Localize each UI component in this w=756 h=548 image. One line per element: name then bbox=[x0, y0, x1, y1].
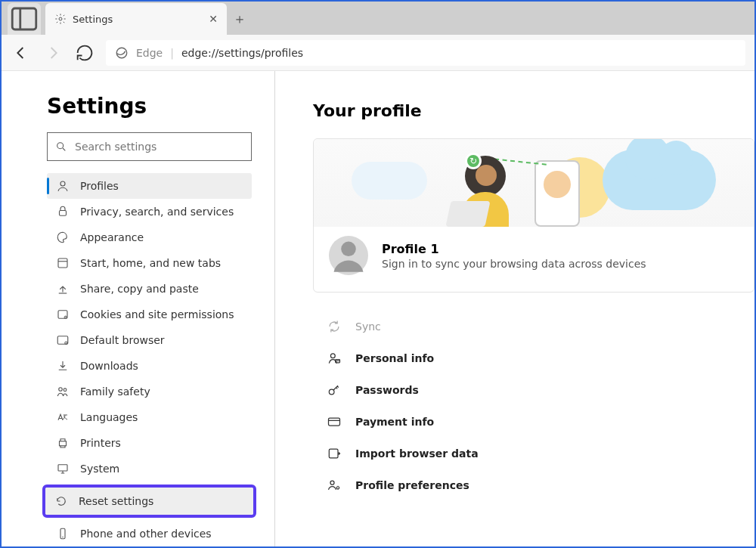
svg-point-25 bbox=[329, 389, 334, 395]
sidebar-item-family-safety[interactable]: Family safety bbox=[47, 379, 252, 404]
cloud-icon bbox=[603, 150, 716, 210]
sidebar-item-label: Privacy, search, and services bbox=[80, 206, 234, 218]
sidebar-item-share-copy-and-paste[interactable]: Share, copy and paste bbox=[47, 276, 252, 302]
reset-icon bbox=[54, 494, 68, 508]
option-sync[interactable]: Sync bbox=[313, 311, 754, 342]
lock-icon bbox=[56, 205, 70, 218]
sidebar-item-profiles[interactable]: Profiles bbox=[47, 173, 252, 199]
sync-badge-icon bbox=[465, 153, 482, 169]
sidebar-item-downloads[interactable]: Downloads bbox=[47, 353, 252, 379]
sidebar-item-appearance[interactable]: Appearance bbox=[47, 224, 252, 250]
sidebar-item-label: Downloads bbox=[80, 360, 138, 372]
svg-point-6 bbox=[60, 181, 65, 186]
page-title: Your profile bbox=[313, 101, 754, 120]
card-icon bbox=[327, 414, 342, 429]
browser-icon bbox=[56, 333, 70, 347]
search-icon bbox=[55, 141, 67, 153]
sidebar-item-printers[interactable]: Printers bbox=[47, 430, 252, 456]
page-content: Settings ProfilesPrivacy, search, and se… bbox=[2, 71, 754, 546]
sidebar-item-default-browser[interactable]: Default browser bbox=[47, 327, 252, 353]
edge-logo-icon bbox=[115, 46, 129, 60]
svg-rect-0 bbox=[12, 8, 36, 29]
settings-sidebar: Settings ProfilesPrivacy, search, and se… bbox=[2, 71, 275, 546]
profile-row[interactable]: Profile 1 Sign in to sync your browsing … bbox=[314, 227, 754, 292]
option-label: Personal info bbox=[355, 352, 434, 364]
import-icon bbox=[327, 446, 342, 461]
back-button[interactable] bbox=[11, 42, 32, 63]
sidebar-item-label: Profiles bbox=[80, 180, 119, 192]
profile-banner bbox=[314, 139, 754, 227]
search-input[interactable] bbox=[75, 141, 243, 153]
address-bar[interactable]: Edge | edge://settings/profiles bbox=[106, 40, 745, 66]
cookie-icon bbox=[56, 308, 70, 321]
language-icon bbox=[56, 410, 70, 424]
svg-rect-16 bbox=[60, 441, 67, 446]
sidebar-item-privacy-search-and-services[interactable]: Privacy, search, and services bbox=[47, 199, 252, 224]
tab-actions-button[interactable] bbox=[8, 3, 41, 35]
gear-icon bbox=[54, 13, 67, 25]
svg-rect-17 bbox=[58, 465, 67, 471]
profile-icon bbox=[56, 179, 70, 193]
profile-name: Profile 1 bbox=[382, 242, 646, 256]
svg-point-29 bbox=[330, 481, 334, 485]
profile-description: Sign in to sync your browsing data acros… bbox=[382, 258, 646, 270]
tab-settings[interactable]: Settings ✕ bbox=[45, 3, 227, 35]
sidebar-item-label: Languages bbox=[80, 411, 138, 423]
sidebar-item-phone-and-other-devices[interactable]: Phone and other devices bbox=[47, 521, 252, 546]
svg-point-2 bbox=[59, 17, 62, 20]
option-import-browser-data[interactable]: Import browser data bbox=[313, 438, 754, 469]
sidebar-item-label: Appearance bbox=[80, 231, 144, 243]
profile-options: SyncPersonal infoPasswordsPayment infoIm… bbox=[313, 311, 754, 501]
avatar bbox=[329, 236, 368, 275]
svg-point-4 bbox=[57, 143, 64, 149]
sidebar-item-label: Reset settings bbox=[79, 495, 153, 507]
svg-rect-7 bbox=[60, 211, 67, 216]
sidebar-item-label: Phone and other devices bbox=[80, 528, 212, 540]
svg-point-3 bbox=[116, 48, 127, 58]
sidebar-heading: Settings bbox=[47, 94, 252, 119]
search-settings[interactable] bbox=[47, 132, 252, 161]
laptop-illustration bbox=[445, 201, 490, 227]
sidebar-item-reset-settings[interactable]: Reset settings bbox=[45, 488, 253, 515]
family-icon bbox=[56, 385, 70, 398]
sidebar-item-label: Default browser bbox=[80, 334, 165, 346]
svg-point-19 bbox=[62, 537, 64, 538]
svg-point-14 bbox=[59, 388, 63, 392]
system-icon bbox=[56, 462, 70, 475]
toolbar: Edge | edge://settings/profiles bbox=[2, 35, 754, 71]
option-payment-info[interactable]: Payment info bbox=[313, 406, 754, 438]
paint-icon bbox=[56, 231, 70, 244]
sidebar-item-languages[interactable]: Languages bbox=[47, 404, 252, 430]
svg-point-30 bbox=[336, 487, 339, 489]
refresh-button[interactable] bbox=[74, 42, 95, 63]
tab-strip: Settings ✕ ＋ bbox=[2, 2, 754, 35]
svg-rect-26 bbox=[329, 418, 340, 426]
option-personal-info[interactable]: Personal info bbox=[313, 342, 754, 374]
phone-illustration bbox=[534, 160, 580, 227]
option-label: Import browser data bbox=[355, 447, 479, 460]
address-separator: | bbox=[170, 47, 174, 59]
option-profile-preferences[interactable]: Profile preferences bbox=[313, 469, 754, 501]
new-tab-button[interactable]: ＋ bbox=[227, 3, 253, 35]
sidebar-item-label: Printers bbox=[80, 437, 121, 449]
close-tab-button[interactable]: ✕ bbox=[209, 13, 218, 25]
forward-button[interactable] bbox=[42, 42, 64, 63]
key-icon bbox=[327, 382, 342, 398]
option-label: Profile preferences bbox=[355, 479, 469, 491]
svg-rect-8 bbox=[58, 259, 67, 268]
option-passwords[interactable]: Passwords bbox=[313, 374, 754, 406]
start-icon bbox=[56, 256, 70, 270]
sidebar-item-label: Family safety bbox=[80, 385, 150, 398]
sidebar-item-label: Share, copy and paste bbox=[80, 283, 199, 295]
sidebar-item-cookies-and-site-permissions[interactable]: Cookies and site permissions bbox=[47, 302, 252, 327]
option-label: Sync bbox=[355, 320, 381, 333]
option-label: Payment info bbox=[355, 416, 434, 428]
highlighted-nav-item: Reset settings bbox=[42, 485, 256, 518]
main-panel: Your profile Profile 1 Sign in to sync y… bbox=[275, 71, 754, 546]
sidebar-item-system[interactable]: System bbox=[47, 456, 252, 481]
phone-icon bbox=[56, 527, 70, 540]
svg-line-5 bbox=[63, 148, 65, 150]
cloud-icon bbox=[352, 162, 427, 200]
sidebar-item-start-home-and-new-tabs[interactable]: Start, home, and new tabs bbox=[47, 250, 252, 276]
sidebar-item-label: Cookies and site permissions bbox=[80, 308, 234, 320]
